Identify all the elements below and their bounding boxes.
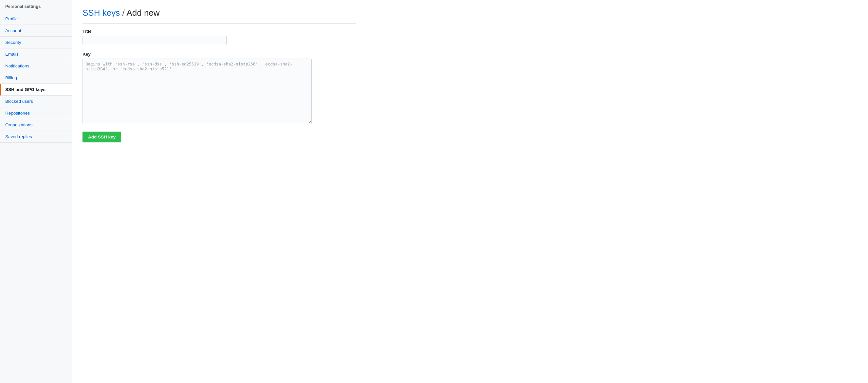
key-label: Key bbox=[83, 52, 356, 57]
sidebar-item-ssh-gpg-keys[interactable]: SSH and GPG keys bbox=[0, 84, 72, 96]
sidebar-link-notifications[interactable]: Notifications bbox=[0, 60, 72, 72]
sidebar-link-profile[interactable]: Profile bbox=[0, 13, 72, 25]
sidebar-link-organizations[interactable]: Organizations bbox=[0, 119, 72, 131]
sidebar-item-repositories[interactable]: Repositories bbox=[0, 107, 72, 119]
title-field-group: Title bbox=[83, 29, 356, 45]
sidebar-item-saved-replies[interactable]: Saved replies bbox=[0, 131, 72, 143]
sidebar-item-blocked-users[interactable]: Blocked users bbox=[0, 96, 72, 107]
sidebar-item-account[interactable]: Account bbox=[0, 25, 72, 37]
sidebar-item-billing[interactable]: Billing bbox=[0, 72, 72, 84]
title-input[interactable] bbox=[83, 36, 226, 45]
breadcrumb-current: Add new bbox=[126, 8, 159, 18]
sidebar-item-notifications[interactable]: Notifications bbox=[0, 60, 72, 72]
key-field-group: Key bbox=[83, 52, 356, 125]
page-title: SSH keys / Add new bbox=[83, 8, 356, 24]
sidebar-link-security[interactable]: Security bbox=[0, 37, 72, 48]
sidebar-link-account[interactable]: Account bbox=[0, 25, 72, 36]
sidebar-item-organizations[interactable]: Organizations bbox=[0, 119, 72, 131]
sidebar-nav: Profile Account Security Emails Notifica… bbox=[0, 13, 72, 143]
sidebar-link-ssh-gpg-keys[interactable]: SSH and GPG keys bbox=[1, 84, 72, 95]
sidebar-item-emails[interactable]: Emails bbox=[0, 49, 72, 60]
sidebar-link-repositories[interactable]: Repositories bbox=[0, 107, 72, 119]
sidebar-link-emails[interactable]: Emails bbox=[0, 49, 72, 60]
sidebar-link-billing[interactable]: Billing bbox=[0, 72, 72, 84]
sidebar-item-profile[interactable]: Profile bbox=[0, 13, 72, 25]
add-ssh-key-button[interactable]: Add SSH key bbox=[83, 132, 121, 142]
breadcrumb-separator: / bbox=[120, 8, 126, 18]
sidebar-header: Personal settings bbox=[0, 0, 72, 13]
breadcrumb-link[interactable]: SSH keys bbox=[83, 8, 120, 18]
main-content: SSH keys / Add new Title Key Add SSH key bbox=[72, 0, 367, 383]
sidebar-link-blocked-users[interactable]: Blocked users bbox=[0, 96, 72, 107]
sidebar: Personal settings Profile Account Securi… bbox=[0, 0, 72, 383]
sidebar-link-saved-replies[interactable]: Saved replies bbox=[0, 131, 72, 142]
sidebar-item-security[interactable]: Security bbox=[0, 37, 72, 49]
title-label: Title bbox=[83, 29, 356, 34]
key-textarea[interactable] bbox=[83, 59, 312, 124]
